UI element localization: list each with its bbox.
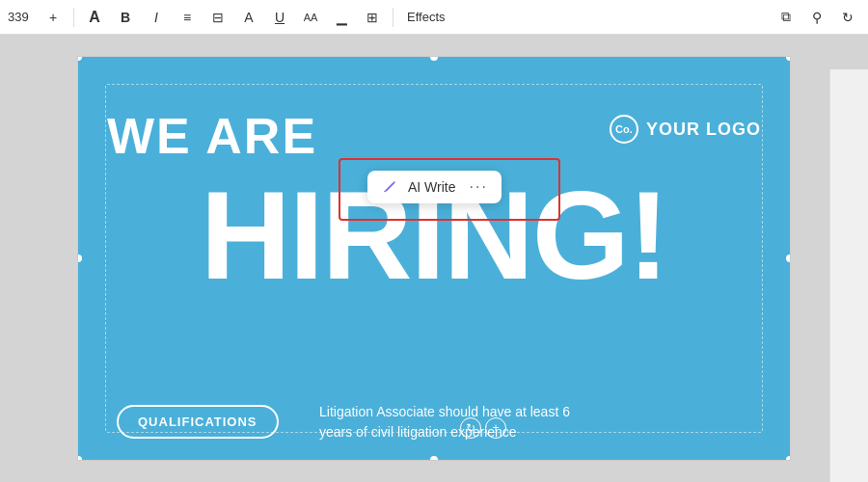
list2-button[interactable]: ⊟ <box>205 5 231 30</box>
side-panel <box>829 69 868 482</box>
logo-text: YOUR LOGO <box>646 120 761 140</box>
add-button[interactable]: + <box>41 5 66 30</box>
ai-write-label: AI Write <box>408 179 456 195</box>
bottom-line1: Litigation Associate should have at leas… <box>319 402 761 422</box>
italic-button[interactable]: I <box>144 5 169 30</box>
toolbar: 339 + A B I ≡ ⊟ A U AA ▁ ⊞ Effects ⧉ ⚲ ↻ <box>0 0 868 35</box>
lock-button[interactable]: ⚲ <box>804 5 829 30</box>
underline-button[interactable]: U <box>267 5 292 30</box>
add-canvas-icon[interactable]: + <box>485 417 506 439</box>
bottom-line2: years of civil litigation experience <box>319 422 761 442</box>
handle-bl[interactable] <box>77 456 82 461</box>
handle-br[interactable] <box>786 456 791 461</box>
toolbar-separator-1 <box>73 8 74 27</box>
design-canvas[interactable]: WE ARE HIRING! Co. YOUR LOGO AI Write ··… <box>77 56 791 461</box>
bold-button[interactable]: B <box>113 5 138 30</box>
grid-button[interactable]: ⊞ <box>360 5 385 30</box>
handle-tm[interactable] <box>430 56 438 61</box>
toolbar-separator-2 <box>393 8 393 27</box>
logo-area[interactable]: Co. YOUR LOGO <box>610 115 761 144</box>
ai-write-popup[interactable]: AI Write ··· <box>367 171 502 203</box>
bottom-description: Litigation Associate should have at leas… <box>319 402 761 442</box>
ai-write-icon <box>381 178 398 196</box>
handle-ml[interactable] <box>77 254 82 262</box>
text-size-button[interactable]: AA <box>298 5 323 30</box>
dashed-line-top <box>107 84 761 85</box>
font-a-button[interactable]: A <box>82 5 107 30</box>
qualifications-button[interactable]: QUALIFICATIONS <box>117 405 279 439</box>
canvas-area: WE ARE HIRING! Co. YOUR LOGO AI Write ··… <box>0 35 868 482</box>
bottom-canvas-icons: ↻ + <box>460 417 506 439</box>
toolbar-number: 339 <box>8 10 35 24</box>
ai-write-more-icon[interactable]: ··· <box>470 178 488 196</box>
logo-co-badge: Co. <box>610 115 638 144</box>
toolbar-right: ⧉ ⚲ ↻ <box>773 5 860 30</box>
highlight-button[interactable]: ▁ <box>329 5 354 30</box>
effects-button[interactable]: Effects <box>401 8 451 26</box>
handle-mr[interactable] <box>786 254 791 262</box>
handle-tl[interactable] <box>77 56 82 61</box>
refresh-icon[interactable]: ↻ <box>460 417 481 439</box>
align-button[interactable]: A <box>236 5 261 30</box>
list-button[interactable]: ≡ <box>175 5 200 30</box>
handle-bm[interactable] <box>430 456 438 461</box>
copy-button[interactable]: ⧉ <box>773 5 799 30</box>
handle-tr[interactable] <box>786 56 791 61</box>
redo-button[interactable]: ↻ <box>835 5 860 30</box>
we-are-text[interactable]: WE ARE <box>107 107 317 165</box>
